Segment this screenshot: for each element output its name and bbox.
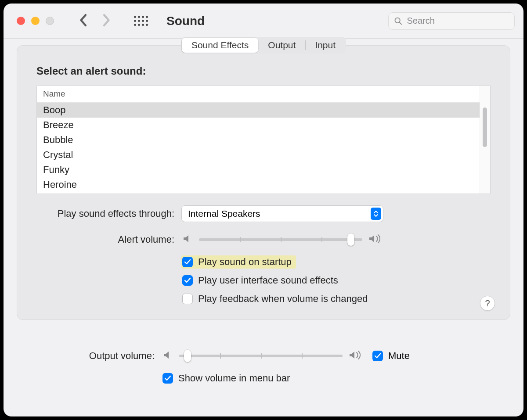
search-field[interactable]	[388, 12, 515, 30]
check-icon	[164, 375, 171, 381]
toolbar: Sound	[4, 4, 523, 39]
ui-sound-checkbox-row[interactable]: Play user interface sound effects	[181, 274, 343, 287]
alert-sound-row[interactable]: Boop	[37, 103, 480, 118]
forward-button[interactable]	[102, 14, 111, 29]
help-icon: ?	[485, 298, 490, 309]
column-header-name[interactable]: Name	[37, 86, 480, 103]
check-icon	[184, 259, 191, 265]
feedback-checkbox[interactable]	[182, 294, 193, 304]
alert-volume-thumb[interactable]	[347, 233, 354, 246]
section-title: Select an alert sound:	[36, 65, 491, 77]
play-through-value: Internal Speakers	[188, 208, 260, 219]
show-all-button[interactable]	[134, 16, 148, 26]
output-volume-label: Output volume:	[17, 350, 162, 362]
sound-prefpane-window: Sound Select an alert sound: Name BoopBr…	[4, 4, 523, 416]
select-stepper-icon	[371, 208, 381, 220]
tab-output[interactable]: Output	[258, 38, 305, 53]
chevron-left-icon	[79, 14, 87, 27]
table-scrollbar[interactable]	[480, 86, 490, 194]
feedback-label: Play feedback when volume is changed	[198, 293, 368, 305]
check-icon	[184, 277, 191, 284]
back-button[interactable]	[79, 14, 87, 29]
check-icon	[374, 353, 381, 359]
alert-sound-row[interactable]: Bubble	[37, 133, 480, 147]
alert-sound-row[interactable]: Funky	[37, 162, 480, 177]
nav-arrows	[79, 14, 111, 29]
feedback-checkbox-row[interactable]: Play feedback when volume is changed	[181, 292, 372, 305]
traffic-lights	[17, 17, 54, 25]
play-through-select[interactable]: Internal Speakers	[181, 205, 383, 222]
alert-sound-table: Name BoopBreezeBubbleCrystalFunkyHeroine	[36, 85, 491, 194]
output-volume-thumb[interactable]	[184, 350, 191, 362]
minimize-window-button[interactable]	[31, 17, 40, 25]
sound-effects-card: Select an alert sound: Name BoopBreezeBu…	[17, 45, 510, 320]
close-window-button[interactable]	[17, 17, 25, 25]
startup-sound-checkbox-row[interactable]: Play sound on startup	[181, 255, 296, 269]
alert-volume-label: Alert volume:	[36, 234, 181, 245]
chevron-right-icon	[102, 14, 111, 27]
speaker-low-icon	[181, 233, 193, 246]
alert-sound-row[interactable]: Crystal	[37, 147, 480, 162]
tab-sound-effects[interactable]: Sound Effects	[182, 38, 258, 53]
speaker-high-icon	[349, 350, 364, 362]
mute-checkbox[interactable]	[372, 351, 383, 361]
tabs-segmented-control: Sound EffectsOutputInput	[181, 37, 346, 54]
output-volume-slider-group	[162, 350, 364, 362]
alert-volume-slider-group	[181, 233, 383, 246]
zoom-window-button[interactable]	[46, 17, 54, 25]
show-volume-menubar-label: Show volume in menu bar	[178, 373, 290, 384]
show-volume-menubar-checkbox[interactable]	[162, 373, 173, 384]
content-area: Select an alert sound: Name BoopBreezeBu…	[4, 39, 523, 416]
alert-sound-row[interactable]: Heroine	[37, 177, 480, 192]
ui-sound-checkbox[interactable]	[182, 275, 193, 286]
speaker-high-icon	[368, 233, 383, 246]
ui-sound-label: Play user interface sound effects	[198, 275, 338, 286]
mute-label: Mute	[388, 350, 410, 362]
speaker-low-icon	[162, 350, 173, 362]
search-input[interactable]	[407, 16, 509, 26]
startup-sound-label: Play sound on startup	[198, 256, 292, 268]
tab-input[interactable]: Input	[305, 38, 345, 53]
mute-checkbox-row[interactable]: Mute	[372, 350, 410, 362]
svg-line-1	[400, 22, 401, 24]
alert-volume-slider[interactable]	[199, 238, 362, 241]
play-through-label: Play sound effects through:	[36, 208, 181, 219]
scroll-thumb[interactable]	[483, 108, 487, 147]
pane-title: Sound	[166, 14, 205, 28]
help-button[interactable]: ?	[480, 296, 495, 311]
startup-sound-checkbox[interactable]	[182, 257, 193, 267]
search-icon	[394, 16, 403, 26]
alert-sound-row[interactable]: Breeze	[37, 118, 480, 133]
output-volume-slider[interactable]	[179, 355, 343, 357]
show-volume-menubar-row[interactable]: Show volume in menu bar	[162, 372, 294, 385]
